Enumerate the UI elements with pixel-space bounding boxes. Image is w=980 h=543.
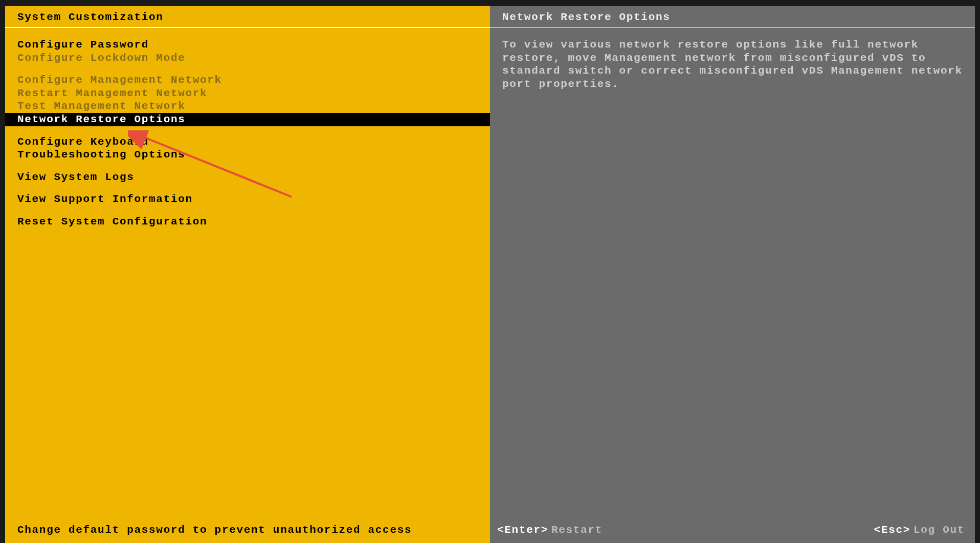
menu-group: View System Logs — [17, 171, 478, 184]
menu-item-configure-keyboard[interactable]: Configure Keyboard — [17, 135, 478, 149]
right-panel: Network Restore Options To view various … — [490, 6, 975, 543]
menu-item-configure-password[interactable]: Configure Password — [17, 38, 478, 52]
left-panel-title: System Customization — [5, 6, 490, 27]
enter-key-label: <Enter> — [497, 524, 548, 536]
esc-action-label: Log Out — [914, 524, 965, 536]
menu-item-view-support-information[interactable]: View Support Information — [17, 193, 478, 206]
esc-key-label: <Esc> — [874, 524, 910, 536]
footer-enter-hint[interactable]: <Enter>Restart — [497, 524, 603, 536]
right-panel-description: To view various network restore options … — [502, 38, 963, 90]
menu-item-configure-management-network[interactable]: Configure Management Network — [17, 74, 478, 87]
menu-item-troubleshooting-options[interactable]: Troubleshooting Options — [17, 148, 478, 162]
left-panel: System Customization Configure Password … — [5, 6, 490, 543]
left-divider — [5, 27, 490, 28]
right-panel-content: To view various network restore options … — [490, 38, 975, 524]
footer-esc-hint[interactable]: <Esc>Log Out — [874, 524, 965, 536]
menu-item-test-management-network[interactable]: Test Management Network — [17, 100, 478, 113]
menu-group: Reset System Configuration — [17, 215, 478, 229]
menu-item-configure-lockdown-mode[interactable]: Configure Lockdown Mode — [17, 52, 478, 65]
enter-action-label: Restart — [551, 524, 603, 536]
menu-group: Configure Management Network Restart Man… — [17, 74, 478, 126]
menu-item-restart-management-network[interactable]: Restart Management Network — [17, 87, 478, 100]
right-panel-title: Network Restore Options — [490, 6, 975, 27]
menu-item-network-restore-options[interactable]: Network Restore Options — [5, 113, 490, 126]
menu-group: Configure Keyboard Troubleshooting Optio… — [17, 135, 478, 162]
right-footer: <Enter>Restart <Esc>Log Out — [490, 524, 975, 543]
menu-item-view-system-logs[interactable]: View System Logs — [17, 171, 478, 184]
left-footer-message: Change default password to prevent unaut… — [5, 524, 490, 543]
right-divider — [490, 27, 975, 28]
menu-group: View Support Information — [17, 193, 478, 206]
menu-group: Configure Password Configure Lockdown Mo… — [17, 38, 478, 64]
menu-item-reset-system-configuration[interactable]: Reset System Configuration — [17, 215, 478, 229]
system-customization-menu: Configure Password Configure Lockdown Mo… — [5, 38, 490, 524]
